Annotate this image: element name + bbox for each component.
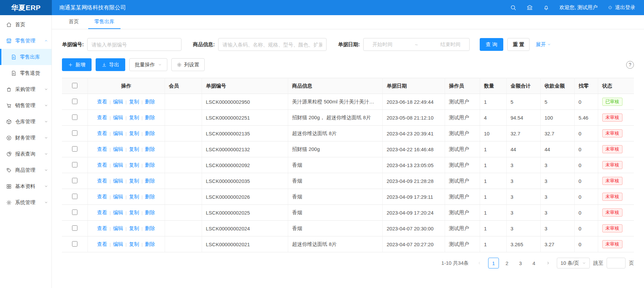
row-checkbox[interactable] [72,225,77,231]
table-row: 查看|编辑|复制|删除LSCK00000002026香烟2023-04-09 1… [62,189,634,205]
search-icon[interactable] [510,4,516,11]
row-checkbox[interactable] [72,162,77,167]
row-checkbox[interactable] [72,210,77,215]
bank-icon[interactable] [527,4,533,11]
date-range-input[interactable]: 开始时间 ~ 结束时间 [363,38,470,51]
row-action-edit[interactable]: 编辑 [113,210,123,215]
row-action-copy[interactable]: 复制 [129,162,139,168]
row-action-edit[interactable]: 编辑 [113,130,123,136]
sidebar-item-goods[interactable]: 商品管理 [0,162,52,178]
row-checkbox[interactable] [72,130,77,136]
export-button[interactable]: 导出 [96,58,125,71]
column-settings-button[interactable]: 列设置 [171,58,205,71]
prev-page-button[interactable] [474,258,485,268]
row-action-edit[interactable]: 编辑 [113,146,123,152]
action-separator: | [141,226,142,231]
row-action-copy[interactable]: 复制 [129,225,139,231]
sidebar-item-finance[interactable]: 财务管理 [0,130,52,146]
jump-page-input[interactable] [607,258,625,268]
page-button-3[interactable]: 3 [515,258,526,268]
page-button-2[interactable]: 2 [502,258,512,268]
row-action-edit[interactable]: 编辑 [113,115,123,120]
row-action-edit[interactable]: 编辑 [113,194,123,199]
sidebar-item-warehouse[interactable]: 仓库管理 [0,114,52,130]
row-action-view[interactable]: 查看 [97,99,107,104]
row-checkbox[interactable] [72,178,77,183]
status-cell: 未审核 [598,236,634,252]
sidebar-item-retail-return[interactable]: 零售退货 [0,65,52,81]
row-action-copy[interactable]: 复制 [129,130,139,136]
row-action-delete[interactable]: 删除 [145,225,155,231]
row-checkbox[interactable] [72,146,77,152]
page-button-1[interactable]: 1 [488,258,499,268]
row-action-view[interactable]: 查看 [97,194,107,199]
operator-cell: 测试用户 [445,189,480,205]
sidebar-item-system[interactable]: 系统管理 [0,194,52,211]
notification-bell-icon[interactable] [543,4,549,11]
page-size-select[interactable]: 10 条/页 [557,258,590,268]
page-button-4[interactable]: 4 [529,258,539,268]
sidebar-item-basic[interactable]: 基本资料 [0,178,52,194]
sidebar-item-retail-out[interactable]: 零售出库 [0,49,52,65]
row-checkbox[interactable] [72,115,77,120]
row-action-copy[interactable]: 复制 [129,178,139,184]
row-action-delete[interactable]: 删除 [145,241,155,247]
goods-cell: 招财猫 200g， 超迷你维达面纸 8片 [288,110,382,126]
tab-retail-out[interactable]: 零售出库 [88,15,121,29]
row-action-delete[interactable]: 删除 [145,178,155,184]
row-action-delete[interactable]: 删除 [145,130,155,136]
row-action-view[interactable]: 查看 [97,210,107,215]
row-action-view[interactable]: 查看 [97,178,107,184]
row-action-copy[interactable]: 复制 [129,194,139,199]
sidebar-item-home[interactable]: 首页 [0,17,52,33]
sidebar-item-report[interactable]: 报表查询 [0,146,52,162]
row-action-edit[interactable]: 编辑 [113,241,123,247]
row-action-delete[interactable]: 删除 [145,210,155,215]
sidebar-item-purchase[interactable]: 采购管理 [0,81,52,97]
sidebar-item-retail[interactable]: 零售管理 [0,33,52,49]
expand-link[interactable]: 展开 [536,41,551,48]
row-checkbox[interactable] [72,241,77,247]
row-action-delete[interactable]: 删除 [145,99,155,104]
row-action-edit[interactable]: 编辑 [113,225,123,231]
add-button[interactable]: 新增 [62,58,92,71]
batch-actions-button[interactable]: 批量操作 [129,58,167,71]
row-action-view[interactable]: 查看 [97,241,107,247]
row-action-copy[interactable]: 复制 [129,210,139,215]
table-row: 查看|编辑|复制|删除LSCK00000002135超迷你维达面纸 8片2023… [62,126,634,141]
reset-button[interactable]: 重 置 [507,38,530,51]
row-action-view[interactable]: 查看 [97,115,107,120]
next-page-button[interactable] [543,258,553,268]
search-button[interactable]: 查 询 [480,38,503,51]
row-checkbox[interactable] [72,194,77,199]
row-action-edit[interactable]: 编辑 [113,178,123,184]
row-action-delete[interactable]: 删除 [145,146,155,152]
row-action-delete[interactable]: 删除 [145,162,155,168]
jump-suffix: 页 [629,260,634,266]
row-action-delete[interactable]: 删除 [145,115,155,120]
row-checkbox[interactable] [72,99,77,104]
row-action-edit[interactable]: 编辑 [113,99,123,104]
logout-button[interactable]: 退出登录 [608,4,635,11]
row-action-copy[interactable]: 复制 [129,115,139,120]
bill-no-input[interactable] [87,38,181,51]
select-all-checkbox[interactable] [72,83,77,88]
action-separator: | [109,242,110,247]
row-action-view[interactable]: 查看 [97,162,107,168]
row-action-copy[interactable]: 复制 [129,99,139,104]
row-action-edit[interactable]: 编辑 [113,162,123,168]
file-icon [11,70,16,76]
row-action-copy[interactable]: 复制 [129,146,139,152]
sidebar-item-sale[interactable]: 销售管理 [0,97,52,114]
help-icon[interactable]: ? [626,61,634,69]
row-action-delete[interactable]: 删除 [145,194,155,199]
goods-info-input[interactable] [218,38,327,51]
row-action-view[interactable]: 查看 [97,130,107,136]
row-action-view[interactable]: 查看 [97,146,107,152]
action-separator: | [141,147,142,152]
member-cell [165,173,202,189]
tab-home[interactable]: 首页 [63,15,85,29]
member-cell [165,94,202,110]
row-action-copy[interactable]: 复制 [129,241,139,247]
row-action-view[interactable]: 查看 [97,225,107,231]
